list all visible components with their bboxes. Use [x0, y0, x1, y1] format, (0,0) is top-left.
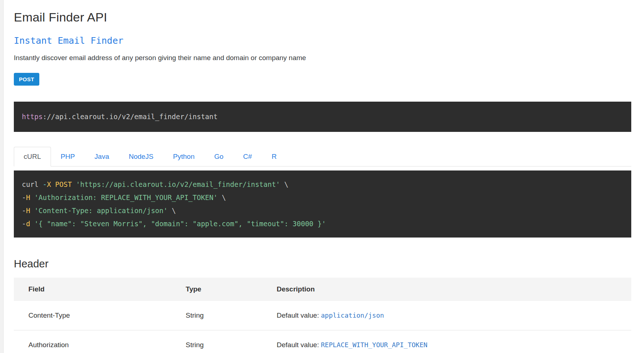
endpoint-description: Instantly discover email address of any …: [14, 54, 631, 62]
http-method-badge: POST: [14, 73, 39, 86]
instant-email-finder-link[interactable]: Instant Email Finder: [14, 35, 123, 46]
cell-field: Content-Type: [14, 301, 171, 330]
page-title: Email Finder API: [14, 10, 631, 24]
code-token-option: POST: [55, 180, 72, 188]
code-token-operator: -: [43, 180, 47, 188]
tab-java[interactable]: Java: [85, 147, 119, 166]
code-token-plain: \: [167, 207, 176, 215]
endpoint-url-block: https://api.clearout.io/v2/email_finder/…: [14, 102, 631, 132]
code-line: -H 'Authorization: REPLACE_WITH_YOUR_API…: [22, 191, 623, 204]
code-token-scheme: https: [22, 113, 43, 121]
cell-type: String: [171, 330, 262, 353]
cell-type: String: [171, 301, 262, 330]
code-token-plain: [51, 180, 55, 188]
cell-description: Default value: REPLACE_WITH_YOUR_API_TOK…: [262, 330, 631, 353]
code-token-option: d: [26, 220, 30, 228]
default-value-label: Default value:: [277, 341, 321, 349]
code-token-option: H: [26, 207, 30, 215]
code-line: curl -X POST 'https://api.clearout.io/v2…: [22, 178, 623, 191]
tab-curl[interactable]: cURL: [14, 147, 51, 166]
table-row: Content-TypeStringDefault value: applica…: [14, 301, 631, 330]
code-line: -d '{ "name": "Steven Morris", "domain":…: [22, 217, 623, 230]
tab-go[interactable]: Go: [205, 147, 233, 166]
default-value-code[interactable]: application/json: [321, 311, 384, 319]
code-token-plain: -: [22, 193, 26, 201]
curl-code-block: curl -X POST 'https://api.clearout.io/v2…: [14, 170, 631, 238]
cell-description: Default value: application/json: [262, 301, 631, 330]
api-doc-page: Email Finder API Instant Email Finder In…: [0, 0, 644, 353]
cell-field: Authorization: [14, 330, 171, 353]
code-token-plain: [72, 180, 76, 188]
code-line: -H 'Content-Type: application/json' \: [22, 204, 623, 217]
tab-r[interactable]: R: [262, 147, 287, 166]
code-token-plain: [30, 193, 34, 201]
header-params-table: FieldTypeDescription Content-TypeStringD…: [14, 278, 631, 353]
code-token-string: 'Content-Type: application/json': [34, 207, 167, 215]
code-token-plain: curl: [22, 180, 43, 188]
code-token-plain: -: [22, 207, 26, 215]
page-left-gutter: [0, 0, 4, 353]
code-token-plain: \: [218, 193, 226, 201]
code-token-option: H: [26, 193, 30, 201]
column-header-field: Field: [14, 278, 171, 301]
default-value-code[interactable]: REPLACE_WITH_YOUR_API_TOKEN: [321, 341, 427, 349]
tab-csharp[interactable]: C#: [233, 147, 262, 166]
code-token-plain: ://api.clearout.io/v2/email_finder/insta…: [43, 113, 217, 121]
code-token-string: 'Authorization: REPLACE_WITH_YOUR_API_TO…: [34, 193, 217, 201]
code-token-plain: [30, 220, 34, 228]
tab-nodejs[interactable]: NodeJS: [119, 147, 163, 166]
tab-php[interactable]: PHP: [51, 147, 85, 166]
header-section-title: Header: [14, 258, 631, 270]
code-token-plain: [30, 207, 34, 215]
column-header-type: Type: [171, 278, 262, 301]
code-token-string: '{ "name": "Steven Morris", "domain": "a…: [34, 220, 326, 228]
code-token-string: 'https://api.clearout.io/v2/email_finder…: [76, 180, 280, 188]
table-row: AuthorizationStringDefault value: REPLAC…: [14, 330, 631, 353]
default-value-label: Default value:: [277, 311, 321, 319]
code-token-option: X: [47, 180, 51, 188]
tab-python[interactable]: Python: [163, 147, 204, 166]
column-header-description: Description: [262, 278, 631, 301]
table-body: Content-TypeStringDefault value: applica…: [14, 301, 631, 353]
code-token-plain: -: [22, 220, 26, 228]
table-header-row: FieldTypeDescription: [14, 278, 631, 301]
language-tabs: cURLPHPJavaNodeJSPythonGoC#R: [14, 147, 631, 166]
table-head: FieldTypeDescription: [14, 278, 631, 301]
code-token-plain: \: [280, 180, 288, 188]
